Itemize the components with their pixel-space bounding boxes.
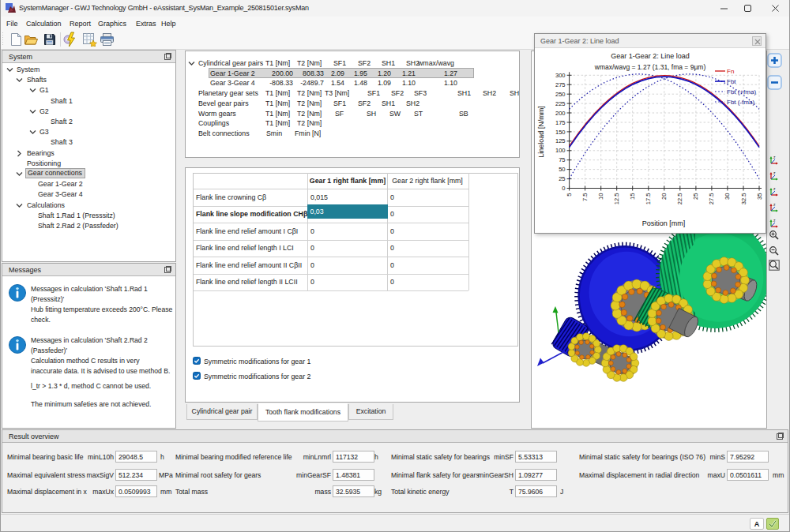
svg-text:200: 200: [555, 110, 566, 117]
svg-text:12.5: 12.5: [613, 193, 620, 205]
svg-text:z: z: [773, 155, 776, 159]
svg-text:0: 0: [562, 185, 565, 192]
svg-text:z: z: [773, 170, 776, 175]
svg-text:100: 100: [555, 147, 566, 154]
svg-text:75: 75: [559, 156, 565, 163]
svg-text:300: 300: [555, 72, 566, 79]
svg-text:10: 10: [597, 193, 604, 200]
svg-text:Fbt: Fbt: [727, 78, 736, 85]
svg-text:32.5: 32.5: [740, 193, 747, 205]
svg-text:17.5: 17.5: [645, 193, 652, 205]
svg-text:wmax/wavg = 1.27 (1.31, fma =: wmax/wavg = 1.27 (1.31, fma = 9µm): [594, 63, 706, 71]
svg-text:50: 50: [559, 166, 565, 173]
svg-text:15: 15: [629, 193, 636, 200]
svg-text:175: 175: [555, 119, 566, 126]
svg-text:275: 275: [555, 81, 566, 88]
svg-text:z: z: [773, 218, 776, 223]
svg-text:Fbt (-fma): Fbt (-fma): [727, 99, 754, 106]
svg-text:250: 250: [555, 91, 566, 98]
svg-text:22.5: 22.5: [676, 193, 683, 205]
svg-text:25: 25: [692, 193, 699, 200]
svg-text:20: 20: [660, 193, 668, 200]
svg-text:Fbt (+fma): Fbt (+fma): [727, 88, 756, 96]
svg-text:5: 5: [566, 193, 573, 197]
svg-text:Gear 1-Gear 2: Line load: Gear 1-Gear 2: Line load: [611, 52, 690, 60]
svg-text:Fn: Fn: [727, 68, 734, 75]
svg-text:35: 35: [756, 193, 763, 200]
svg-text:25: 25: [559, 175, 565, 182]
svg-text:Lineload [N/mm]: Lineload [N/mm]: [537, 106, 545, 158]
svg-text:225: 225: [555, 100, 566, 107]
svg-text:30: 30: [724, 193, 731, 200]
svg-text:150: 150: [555, 129, 566, 136]
svg-text:125: 125: [555, 137, 566, 144]
svg-text:27.5: 27.5: [708, 193, 715, 205]
svg-text:Position [mm]: Position [mm]: [642, 219, 686, 227]
svg-text:z: z: [773, 186, 776, 191]
svg-text:z: z: [773, 202, 776, 207]
svg-text:7.5: 7.5: [581, 193, 589, 202]
